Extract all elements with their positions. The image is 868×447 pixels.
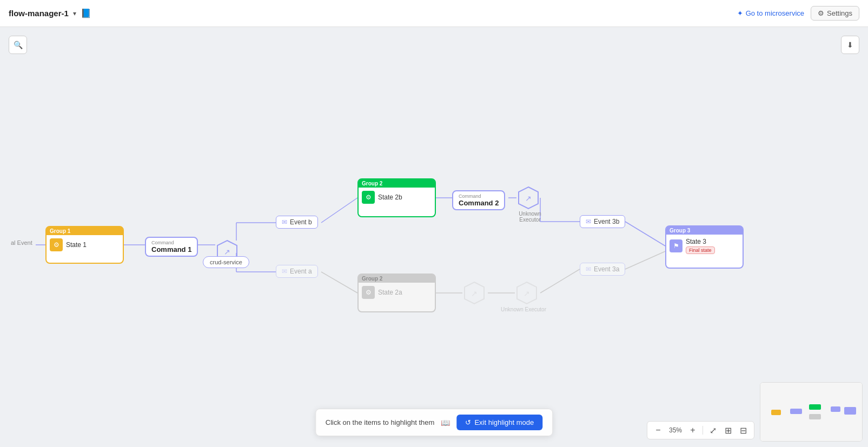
group1-body: ⚙ State 1	[47, 235, 123, 255]
group2h-state: State 2b	[378, 194, 402, 201]
crud-service-badge: crud-service	[203, 256, 249, 268]
group1-state-icon: ⚙	[50, 238, 63, 251]
unknown-executor-top-label: Unknown Executor	[508, 211, 552, 223]
group2f-header: Group 2	[359, 275, 435, 283]
svg-line-8	[321, 272, 357, 293]
zoom-in-button[interactable]: +	[686, 424, 699, 437]
zoom-plus2-button[interactable]: ⊞	[721, 424, 734, 437]
title-chevron-icon[interactable]: ▾	[73, 10, 76, 17]
group2f-icon: ⚙	[362, 286, 375, 299]
svg-text:↗: ↗	[471, 289, 478, 298]
event-3b-label: Event 3b	[594, 218, 619, 225]
search-icon: 🔍	[14, 41, 23, 49]
group3-node[interactable]: Group 3 ⚑ State 3 Final state	[665, 225, 744, 269]
svg-line-16	[540, 269, 580, 293]
header-right: ✦ Go to microservice ⚙ Settings	[737, 6, 859, 21]
event-3b-icon: ✉	[586, 218, 591, 225]
group1-header: Group 1	[47, 227, 123, 235]
download-icon: ⬇	[847, 41, 853, 49]
event-b-icon: ✉	[282, 218, 287, 226]
microservice-icon: ✦	[737, 9, 743, 17]
unknown-executor-bottom-label: Unknown Executor	[496, 306, 551, 312]
bottom-bar-text: Click on the items to highlight them	[326, 418, 435, 426]
settings-icon: ⚙	[818, 9, 824, 17]
group2-faded-node[interactable]: Group 2 ⚙ State 2a	[357, 273, 436, 312]
group2h-icon: ⚙	[362, 191, 375, 204]
flow-canvas[interactable]: 🔍 ⬇	[0, 27, 868, 447]
settings-button[interactable]: ⚙ Settings	[811, 6, 859, 21]
group2f-state: State 2a	[378, 289, 402, 296]
svg-rect-27	[771, 410, 781, 415]
event-b-node[interactable]: ✉ Event b	[276, 216, 318, 229]
event-b-label: Event b	[290, 218, 312, 226]
grid-button[interactable]: ⊟	[737, 424, 750, 437]
zoom-divider	[703, 426, 703, 435]
fit-view-button[interactable]: ⤢	[706, 424, 719, 437]
bottom-bar: Click on the items to highlight them 📖 ↺…	[315, 409, 553, 436]
command1-node[interactable]: Command Command 1	[145, 237, 198, 257]
svg-rect-32	[844, 407, 856, 415]
bottom-bar-book-icon: 📖	[441, 418, 450, 427]
zoom-level: 35%	[667, 426, 684, 434]
group3-icon: ⚑	[670, 239, 683, 252]
svg-rect-31	[831, 406, 840, 412]
exit-highlight-button[interactable]: ↺ Exit highlight mode	[456, 415, 542, 430]
group2h-body: ⚙ State 2b	[359, 188, 435, 207]
event-3a-icon: ✉	[586, 265, 591, 273]
event-3b-node[interactable]: ✉ Event 3b	[580, 215, 625, 228]
header: flow-manager-1 ▾ 📘 ✦ Go to microservice …	[0, 0, 868, 27]
svg-rect-30	[809, 414, 821, 419]
download-button[interactable]: ⬇	[841, 36, 859, 54]
unknown-executor-top[interactable]: ↗	[516, 186, 540, 212]
svg-text:↗: ↗	[525, 194, 532, 203]
command2-small: Command	[459, 194, 499, 199]
event-3a-node[interactable]: ✉ Event 3a	[580, 263, 625, 276]
book-icon[interactable]: 📘	[81, 8, 91, 18]
svg-rect-28	[790, 409, 802, 414]
event-3a-label: Event 3a	[594, 265, 619, 273]
event-a-node[interactable]: ✉ Event a	[276, 265, 318, 278]
initial-event-label: al Event	[11, 239, 32, 246]
group3-body: ⚑ State 3 Final state	[666, 235, 743, 257]
group2h-header: Group 2	[359, 179, 435, 188]
command2-big: Command 2	[459, 199, 499, 207]
svg-line-13	[625, 222, 665, 246]
group3-state: State 3	[686, 238, 715, 245]
event-a-icon: ✉	[282, 268, 287, 275]
svg-text:↗: ↗	[524, 289, 530, 298]
flow-title: flow-manager-1	[9, 9, 69, 18]
command1-big: Command 1	[151, 245, 191, 253]
final-state-badge: Final state	[686, 246, 715, 254]
group1-state-label: State 1	[66, 241, 87, 249]
svg-line-5	[321, 198, 357, 223]
minimap	[760, 382, 863, 442]
event-a-label: Event a	[290, 268, 312, 275]
header-left: flow-manager-1 ▾ 📘	[9, 8, 91, 18]
unknown-executor-bottom-right[interactable]: ↗	[515, 281, 539, 307]
svg-text:↗: ↗	[224, 248, 230, 256]
group1-node[interactable]: Group 1 ⚙ State 1	[45, 226, 124, 264]
svg-line-17	[625, 251, 665, 269]
zoom-out-button[interactable]: −	[652, 424, 665, 437]
go-to-microservice-link[interactable]: ✦ Go to microservice	[737, 9, 804, 17]
zoom-controls: − 35% + ⤢ ⊞ ⊟	[647, 421, 754, 439]
svg-rect-29	[809, 404, 821, 410]
exit-icon: ↺	[465, 418, 471, 426]
command2-node[interactable]: Command Command 2	[452, 190, 505, 210]
command1-small: Command	[151, 240, 191, 245]
search-button[interactable]: 🔍	[9, 36, 27, 54]
unknown-executor-bottom[interactable]: ↗	[462, 281, 486, 307]
group2-highlighted-node[interactable]: Group 2 ⚙ State 2b	[357, 178, 436, 217]
group3-header: Group 3	[666, 226, 743, 235]
